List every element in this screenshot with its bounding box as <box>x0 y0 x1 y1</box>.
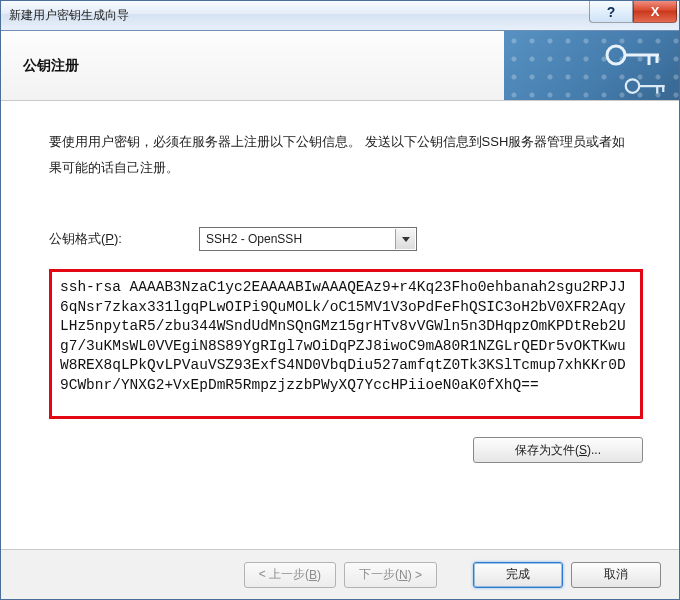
public-key-textarea[interactable]: ssh-rsa AAAAB3NzaC1yc2EAAAABIwAAAQEAz9+r… <box>49 269 643 419</box>
banner: 公钥注册 <box>1 31 679 101</box>
back-button[interactable]: < 上一步(B) <box>244 562 336 588</box>
chevron-down-icon <box>395 229 415 249</box>
intro-text: 要使用用户密钥，必须在服务器上注册以下公钥信息。 发送以下公钥信息到SSH服务器… <box>49 129 629 181</box>
pubkey-format-label: 公钥格式(P): <box>49 230 159 248</box>
save-as-file-button[interactable]: 保存为文件(S)... <box>473 437 643 463</box>
content-area: 要使用用户密钥，必须在服务器上注册以下公钥信息。 发送以下公钥信息到SSH服务器… <box>1 101 679 549</box>
help-button[interactable]: ? <box>589 1 633 23</box>
window-controls: ? X <box>589 1 679 23</box>
footer: < 上一步(B) 下一步(N) > 完成 取消 <box>1 549 679 599</box>
key-icon <box>601 35 671 75</box>
titlebar: 新建用户密钥生成向导 ? X <box>1 1 679 31</box>
svg-point-0 <box>607 46 625 64</box>
pubkey-format-row: 公钥格式(P): SSH2 - OpenSSH <box>49 227 643 251</box>
banner-heading: 公钥注册 <box>23 57 79 75</box>
save-row: 保存为文件(S)... <box>49 437 643 463</box>
pubkey-format-value: SSH2 - OpenSSH <box>206 232 302 246</box>
wizard-window: 新建用户密钥生成向导 ? X 公钥注册 要使用用户密钥，必须在服务器上注册以 <box>0 0 680 600</box>
svg-point-1 <box>626 79 640 93</box>
window-title: 新建用户密钥生成向导 <box>9 7 129 24</box>
pubkey-format-select[interactable]: SSH2 - OpenSSH <box>199 227 417 251</box>
next-button[interactable]: 下一步(N) > <box>344 562 437 588</box>
public-key-value: ssh-rsa AAAAB3NzaC1yc2EAAAABIwAAAQEAz9+r… <box>60 279 626 393</box>
finish-button[interactable]: 完成 <box>473 562 563 588</box>
cancel-button[interactable]: 取消 <box>571 562 661 588</box>
key-icon <box>620 71 675 100</box>
close-button[interactable]: X <box>633 1 677 23</box>
banner-decoration <box>504 31 679 100</box>
